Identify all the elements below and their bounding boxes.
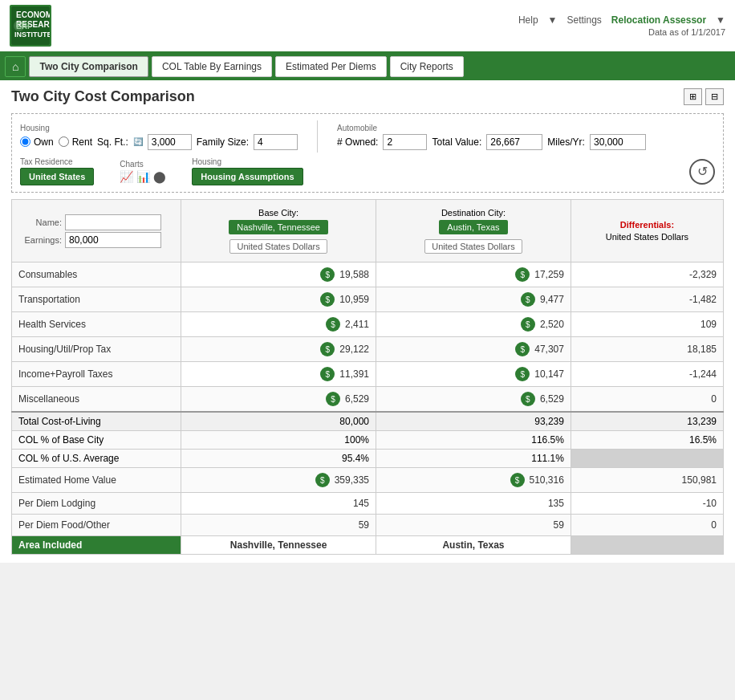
- tab-col-table[interactable]: COL Table By Earnings: [152, 56, 272, 77]
- dest-city-button[interactable]: Austin, Texas: [439, 220, 507, 234]
- family-input[interactable]: [254, 134, 298, 150]
- base-val-health: 2,411: [345, 319, 369, 330]
- header-links: Help ▼ Settings Relocation Assessor ▼: [518, 14, 725, 26]
- base-currency-button[interactable]: United States Dollars: [229, 239, 327, 254]
- name-row: Name:: [22, 214, 171, 230]
- tax-residence-button[interactable]: United States: [20, 168, 94, 185]
- controls-row-2: Tax Residence United States Charts 📈 📊 ⬤…: [20, 157, 715, 185]
- info-icon-taxes-base[interactable]: $: [320, 367, 335, 381]
- header: ECONOMIC RESEARCH INSTITUTE ERi Help ▼ S…: [0, 0, 735, 53]
- info-icon-transport-dest[interactable]: $: [521, 292, 535, 307]
- export-xls-button[interactable]: ⊞: [684, 88, 702, 105]
- export-pdf-button[interactable]: ⊟: [705, 88, 724, 105]
- dest-city-header: Destination City: Austin, Texas United S…: [376, 200, 571, 262]
- svg-text:INSTITUTE: INSTITUTE: [14, 31, 50, 39]
- name-field-label: Name:: [22, 218, 62, 227]
- dest-val-health: 2,520: [540, 319, 564, 330]
- relocation-link[interactable]: Relocation Assessor: [611, 14, 706, 26]
- bar-chart-icon[interactable]: 📊: [136, 170, 150, 183]
- row-base-housing: $ 29,122: [181, 337, 376, 362]
- base-city-header: Base City: Nashville, Tennessee United S…: [181, 200, 376, 262]
- own-radio[interactable]: [20, 136, 30, 147]
- miles-input[interactable]: [590, 134, 646, 150]
- tax-residence-section: Tax Residence United States: [20, 157, 94, 185]
- info-icon-misc-base[interactable]: $: [326, 392, 340, 406]
- row-name-taxes: Income+Payroll Taxes: [12, 362, 181, 387]
- charts-section: Charts 📈 📊 ⬤: [120, 160, 166, 183]
- sqft-input[interactable]: [148, 134, 192, 150]
- main-content: Two City Cost Comparison ⊞ ⊟ Housing Own…: [0, 80, 735, 563]
- info-icon-health-dest[interactable]: $: [521, 317, 535, 332]
- dest-currency-button[interactable]: United States Dollars: [424, 239, 522, 254]
- info-icon-housing-base[interactable]: $: [320, 342, 335, 356]
- diff-label: Differentials:: [620, 220, 674, 230]
- base-val-transport: 10,959: [339, 294, 369, 305]
- info-icon-consumables-base[interactable]: $: [320, 267, 335, 282]
- base-city-header-inner: Base City: Nashville, Tennessee United S…: [188, 203, 369, 258]
- row-dest-housing: $ 47,307: [376, 337, 571, 362]
- divider-1: [317, 120, 318, 153]
- rent-radio[interactable]: [59, 136, 69, 147]
- base-city-label: Base City:: [258, 208, 298, 218]
- housing-section: Housing Own Rent Sq. Ft.: 🔄 Family Size:: [20, 124, 298, 150]
- pct-us-name: COL % of U.S. Average: [12, 450, 181, 468]
- info-icon-taxes-dest[interactable]: $: [515, 367, 530, 381]
- row-dest-consumables: $ 17,259: [376, 262, 571, 287]
- owned-input[interactable]: [383, 134, 427, 150]
- info-icon-misc-dest[interactable]: $: [521, 392, 535, 406]
- housing-assumptions-button[interactable]: Housing Assumptions: [192, 168, 303, 185]
- tab-city-reports[interactable]: City Reports: [390, 56, 464, 77]
- total-value-input[interactable]: [486, 134, 542, 150]
- info-icon-homevalue-dest[interactable]: $: [510, 473, 525, 487]
- dest-city-label: Destination City:: [441, 208, 506, 218]
- row-name-housing: Housing/Util/Prop Tax: [12, 337, 181, 362]
- info-icon-health-base[interactable]: $: [326, 317, 340, 332]
- info-icon-consumables-dest[interactable]: $: [515, 267, 530, 282]
- info-icon-homevalue-base[interactable]: $: [315, 473, 330, 487]
- total-row: Total Cost-of-Living 80,000 93,239 13,23…: [12, 412, 724, 431]
- total-base: 80,000: [181, 412, 376, 431]
- controls-row-1: Housing Own Rent Sq. Ft.: 🔄 Family Size:: [20, 120, 715, 153]
- tab-per-diems[interactable]: Estimated Per Diems: [275, 56, 387, 77]
- base-city-button[interactable]: Nashville, Tennessee: [229, 220, 328, 234]
- home-button[interactable]: ⌂: [5, 56, 26, 77]
- row-base-health: $ 2,411: [181, 312, 376, 337]
- table-row: Transportation $ 10,959 $ 9,477 -1,482: [12, 287, 724, 312]
- pct-base-diff: 16.5%: [571, 431, 723, 450]
- pct-us-row: COL % of U.S. Average 95.4% 111.1%: [12, 450, 724, 468]
- housing-controls: Own Rent Sq. Ft.: 🔄 Family Size:: [20, 134, 298, 150]
- relocation-dropdown-icon: ▼: [716, 14, 725, 26]
- automobile-section: Automobile # Owned: Total Value: Miles/Y…: [337, 124, 646, 150]
- dest-city-header-inner: Destination City: Austin, Texas United S…: [383, 203, 564, 258]
- table-row: Health Services $ 2,411 $ 2,520 109: [12, 312, 724, 337]
- pct-us-diff-gray: [571, 450, 723, 468]
- row-diff-transportation: -1,482: [571, 287, 723, 312]
- name-input[interactable]: [65, 214, 161, 230]
- charts-label: Charts: [120, 160, 166, 169]
- help-link[interactable]: Help: [518, 14, 538, 26]
- info-icon-transport-base[interactable]: $: [320, 292, 335, 307]
- row-name-misc: Miscellaneous: [12, 387, 181, 413]
- tax-residence-label: Tax Residence: [20, 157, 94, 166]
- tab-two-city[interactable]: Two City Comparison: [29, 56, 148, 77]
- total-dest: 93,239: [376, 412, 571, 431]
- lodging-dest: 135: [376, 493, 571, 515]
- pie-chart-icon[interactable]: ⬤: [153, 170, 166, 183]
- diff-header-inner: Differentials: United States Dollars: [578, 215, 717, 246]
- row-diff-taxes: -1,244: [571, 362, 723, 387]
- table-header-row: Name: Earnings: Base City: Nashville, Te…: [12, 200, 724, 262]
- per-diem-lodging-row: Per Diem Lodging 145 135 -10: [12, 493, 724, 515]
- info-icon-housing-dest[interactable]: $: [515, 342, 530, 356]
- name-inputs: Name: Earnings:: [18, 208, 174, 254]
- row-base-taxes: $ 11,391: [181, 362, 376, 387]
- lodging-base: 145: [181, 493, 376, 515]
- settings-link[interactable]: Settings: [566, 14, 601, 26]
- refresh-button[interactable]: ↺: [689, 159, 715, 185]
- area-diff-gray: [571, 536, 723, 555]
- earnings-input[interactable]: [65, 232, 161, 248]
- line-chart-icon[interactable]: 📈: [120, 170, 133, 183]
- pct-base-base: 100%: [181, 431, 376, 450]
- earnings-row: Earnings:: [22, 232, 171, 248]
- page-title: Two City Cost Comparison: [11, 88, 195, 105]
- earnings-field-label: Earnings:: [22, 235, 62, 245]
